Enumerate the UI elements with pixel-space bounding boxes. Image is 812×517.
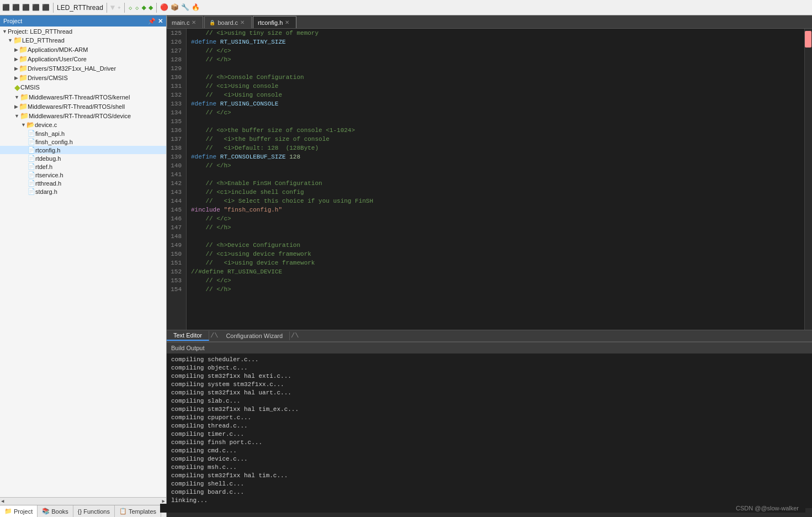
- toolbar-icon-11[interactable]: ◆: [148, 3, 153, 12]
- kernel-label: Middlewares/RT-Thread/RTOS/kernel: [29, 94, 130, 101]
- tree-item-device-c[interactable]: ▼ 📂 device.c: [0, 120, 166, 129]
- line-numbers: 125 126 127 128 129 130 131 132 133 134 …: [167, 29, 187, 330]
- board-c-tab-label: board.c: [217, 19, 238, 26]
- templates-tab-label: Templates: [129, 508, 156, 515]
- toolbar-title: LED_RTThread: [57, 4, 103, 12]
- folder-icon-hal: 📁: [19, 64, 28, 72]
- toolbar: ⬛ ⬛ ⬛ ⬛ ⬛ LED_RTThread ▼ ✦ ⬦ ⬦ ◆ ◆ 🔴 📦 🔧…: [0, 0, 812, 15]
- vertical-scrollbar[interactable]: [804, 29, 812, 330]
- tree-item-rtconfig[interactable]: 📄 rtconfig.h: [0, 146, 166, 154]
- folder-icon: 📁: [13, 36, 22, 44]
- tab-text-editor[interactable]: Text Editor: [167, 331, 209, 341]
- stdarg-label: stdarg.h: [35, 188, 57, 195]
- led-rtthread-label: LED_RTThread: [22, 37, 65, 44]
- tree-item-rtdebug[interactable]: 📄 rtdebug.h: [0, 154, 166, 162]
- project-tab-label: Project: [14, 508, 33, 515]
- tree-item-app-user[interactable]: ▶ 📁 Application/User/Core: [0, 54, 166, 64]
- build-line-16: compiling shell.c...: [171, 480, 808, 488]
- build-line-7: compiling stm32f1xx hal tim_ex.c...: [171, 405, 808, 414]
- main-c-close[interactable]: ✕: [192, 19, 196, 25]
- expand-icon: ▼: [2, 29, 7, 34]
- device-c-label: device.c: [35, 122, 57, 128]
- folder-icon-cmsis: 📁: [19, 73, 28, 82]
- tree-item-shell[interactable]: ▶ 📁 Middlewares/RT-Thread/RTOS/shell: [0, 102, 166, 111]
- toolbar-icon-13[interactable]: 📦: [171, 3, 179, 12]
- code-content[interactable]: // <i>using tiny size of memory #define …: [187, 29, 804, 330]
- left-panel: Project 📌 ✕ ▼ Project: LED_RTThread ▼ 📁 …: [0, 15, 167, 517]
- file-icon-rtservice: 📄: [28, 171, 35, 178]
- tree-item-kernel[interactable]: ▼ 📁 Middlewares/RT-Thread/RTOS/kernel: [0, 92, 166, 102]
- tree-item-drivers-cmsis[interactable]: ▶ 📁 Drivers/CMSIS: [0, 73, 166, 82]
- tab-config-wizard[interactable]: Configuration Wizard: [219, 331, 290, 340]
- tab-board-c[interactable]: 🔒 board.c ✕: [204, 16, 252, 28]
- folder-icon-mdk: 📁: [19, 45, 28, 54]
- scroll-left-arrow[interactable]: ◀: [1, 498, 4, 504]
- functions-tab-label: Functions: [83, 508, 110, 515]
- build-line-15: compiling stm32f1xx hal tim.c...: [171, 472, 808, 480]
- toolbar-icon-1: ⬛: [2, 4, 10, 11]
- toolbar-icon-14[interactable]: 🔧: [181, 3, 189, 12]
- project-root-label: Project: LED_RTThread: [8, 28, 72, 35]
- tree-item-finsh-api[interactable]: 📄 finsh_api.h: [0, 129, 166, 138]
- toolbar-icon-12[interactable]: 🔴: [160, 3, 168, 12]
- code-scroll-container: 125 126 127 128 129 130 131 132 133 134 …: [167, 29, 812, 330]
- tree-item-finsh-config[interactable]: 📄 finsh_config.h: [0, 138, 166, 146]
- folder-icon-user: 📁: [19, 55, 28, 63]
- rtconfig-h-close[interactable]: ✕: [285, 19, 289, 25]
- tree-item-stdarg[interactable]: 📄 stdarg.h: [0, 187, 166, 196]
- toolbar-icon-6[interactable]: ▼: [110, 3, 115, 12]
- tab-rtconfig-h[interactable]: rtconfig.h ✕: [253, 16, 296, 28]
- build-line-6: compiling slab.c...: [171, 397, 808, 405]
- toolbar-icon-10[interactable]: ◆: [141, 3, 146, 12]
- toolbar-icon-7[interactable]: ✦: [117, 3, 121, 12]
- project-tree: ▼ Project: LED_RTThread ▼ 📁 LED_RTThread…: [0, 27, 166, 497]
- tree-item-led-rtthread[interactable]: ▼ 📁 LED_RTThread: [0, 35, 166, 45]
- folder-icon-shell: 📁: [19, 102, 28, 110]
- board-c-close[interactable]: ✕: [240, 19, 245, 25]
- build-line-10: compiling timer.c...: [171, 430, 808, 439]
- pin-icon[interactable]: 📌: [148, 18, 156, 25]
- build-line-8: compiling cpuport.c...: [171, 414, 808, 422]
- tree-item-project-root[interactable]: ▼ Project: LED_RTThread: [0, 28, 166, 35]
- file-icon-rtconfig: 📄: [28, 146, 35, 154]
- folder-icon-kernel: 📁: [20, 93, 29, 101]
- left-tabs: 📁 Project 📚 Books {} Functions 📋 Templat…: [0, 505, 166, 517]
- tab-main-c[interactable]: main.c ✕: [167, 16, 203, 28]
- tab-functions[interactable]: {} Functions: [73, 505, 115, 517]
- tree-item-device[interactable]: ▼ 📁 Middlewares/RT-Thread/RTOS/device: [0, 111, 166, 120]
- editor-tabs: Text Editor /\ Configuration Wizard /\: [167, 330, 812, 342]
- books-tab-label: Books: [51, 508, 68, 515]
- books-tab-icon: 📚: [42, 508, 50, 515]
- tab-project[interactable]: 📁 Project: [0, 505, 38, 517]
- device-label: Middlewares/RT-Thread/RTOS/device: [29, 113, 131, 119]
- build-line-14: compiling msh.c...: [171, 463, 808, 472]
- tab-books[interactable]: 📚 Books: [38, 505, 73, 517]
- toolbar-sep-2: [107, 3, 107, 13]
- build-line-12: compiling cmd.c...: [171, 447, 808, 455]
- build-line-11: compiling finsh port.c...: [171, 439, 808, 447]
- toolbar-icon-15[interactable]: 🔥: [192, 3, 200, 12]
- watermark: CSDN @@slow-walker: [160, 504, 805, 513]
- tree-item-cmsis[interactable]: ◆ CMSIS: [0, 82, 166, 92]
- code-area[interactable]: 125 126 127 128 129 130 131 132 133 134 …: [167, 29, 812, 330]
- tree-item-app-mdk[interactable]: ▶ 📁 Application/MDK-ARM: [0, 45, 166, 54]
- tree-item-drivers-hal[interactable]: ▶ 📁 Drivers/STM32F1xx_HAL_Driver: [0, 64, 166, 73]
- shell-label: Middlewares/RT-Thread/RTOS/shell: [28, 103, 125, 110]
- tab-templates[interactable]: 📋 Templates: [115, 505, 161, 517]
- scroll-thumb[interactable]: [805, 31, 811, 48]
- templates-tab-icon: 📋: [119, 508, 127, 515]
- tree-item-rtthread[interactable]: 📄 rtthread.h: [0, 179, 166, 187]
- folder-icon-device: 📁: [20, 112, 29, 120]
- cmsis-label: CMSIS: [20, 84, 40, 91]
- toolbar-icon-4: ⬛: [32, 4, 40, 11]
- toolbar-icon-9[interactable]: ⬦: [135, 3, 139, 12]
- project-tab-icon: 📁: [4, 508, 12, 515]
- file-icon-stdarg: 📄: [28, 188, 35, 195]
- close-icon[interactable]: ✕: [158, 18, 163, 25]
- tree-item-rtservice[interactable]: 📄 rtservice.h: [0, 171, 166, 179]
- toolbar-icon-5: ⬛: [42, 4, 50, 11]
- tree-item-rtdef[interactable]: 📄 rtdef.h: [0, 162, 166, 171]
- toolbar-icon-8[interactable]: ⬦: [128, 3, 132, 12]
- left-scroll-arrows: ◀ ▶: [0, 497, 166, 505]
- diamond-icon: ◆: [14, 83, 20, 92]
